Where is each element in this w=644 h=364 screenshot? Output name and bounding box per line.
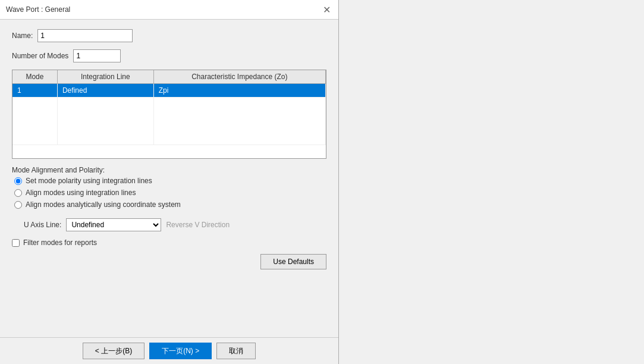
modes-table-wrapper: Mode Integration Line Characteristic Imp… (12, 70, 326, 159)
dialog-bottom: < 上一步(B) 下一页(N) > 取消 (0, 337, 338, 364)
defaults-row: Use Defaults (12, 254, 326, 269)
name-input[interactable] (37, 29, 133, 42)
modes-table: Mode Integration Line Characteristic Imp… (12, 70, 326, 145)
reverse-label: Reverse V Direction (166, 221, 230, 229)
mode-alignment-title: Mode Alignment and Polarity: (12, 166, 326, 174)
modes-label: Number of Modes (12, 52, 68, 60)
modes-input[interactable] (73, 49, 121, 62)
u-axis-label: U Axis Line: (24, 221, 61, 229)
next-button[interactable]: 下一页(N) > (149, 343, 212, 359)
radio-label-1: Set mode polarity using integration line… (26, 177, 152, 185)
right-panel: ⊡ Fit Selected ◫ Clipping Planes ▶ Anima… (339, 0, 644, 364)
radio-polarity[interactable] (14, 177, 22, 185)
cancel-button[interactable]: 取消 (216, 343, 256, 359)
radio-align-lines[interactable] (14, 189, 22, 197)
table-row[interactable]: 1 Defined Zpi (12, 84, 326, 98)
filter-checkbox[interactable] (12, 239, 20, 247)
modes-row: Number of Modes (12, 49, 326, 62)
col-integration: Integration Line (57, 70, 153, 84)
name-label: Name: (12, 32, 33, 40)
radio-row-3[interactable]: Align modes analytically using coordinat… (14, 200, 326, 209)
filter-label: Filter modes for reports (23, 239, 97, 247)
radio-align-analytical[interactable] (14, 201, 22, 209)
dialog-panel: Wave Port : General ✕ Name: Number of Mo… (0, 0, 339, 364)
radio-row-1[interactable]: Set mode polarity using integration line… (14, 177, 326, 185)
close-button[interactable]: ✕ (321, 4, 332, 15)
radio-row-2[interactable]: Align modes using integration lines (14, 189, 326, 197)
cell-impedance: Zpi (153, 84, 325, 98)
radio-label-3: Align modes analytically using coordinat… (26, 200, 181, 209)
u-axis-row: U Axis Line: Undefined Reverse V Directi… (24, 218, 326, 231)
dialog-title-bar: Wave Port : General ✕ (0, 0, 338, 20)
col-impedance: Characteristic Impedance (Zo) (153, 70, 325, 84)
defaults-button[interactable]: Use Defaults (260, 254, 326, 269)
filter-row: Filter modes for reports (12, 239, 326, 247)
main-layout: Wave Port : General ✕ Name: Number of Mo… (0, 0, 644, 364)
u-axis-select[interactable]: Undefined (66, 218, 161, 231)
cell-integration: Defined (57, 84, 153, 98)
prev-button[interactable]: < 上一步(B) (83, 343, 144, 359)
cell-mode: 1 (12, 84, 57, 98)
dialog-title: Wave Port : General (6, 5, 70, 14)
name-row: Name: (12, 29, 326, 42)
col-mode: Mode (12, 70, 57, 84)
radio-label-2: Align modes using integration lines (26, 189, 136, 197)
table-row-empty (12, 98, 326, 145)
mode-alignment-section: Mode Alignment and Polarity: Set mode po… (12, 166, 326, 209)
radio-group: Set mode polarity using integration line… (14, 177, 326, 209)
dialog-content: Name: Number of Modes Mode Integration L… (0, 20, 338, 337)
